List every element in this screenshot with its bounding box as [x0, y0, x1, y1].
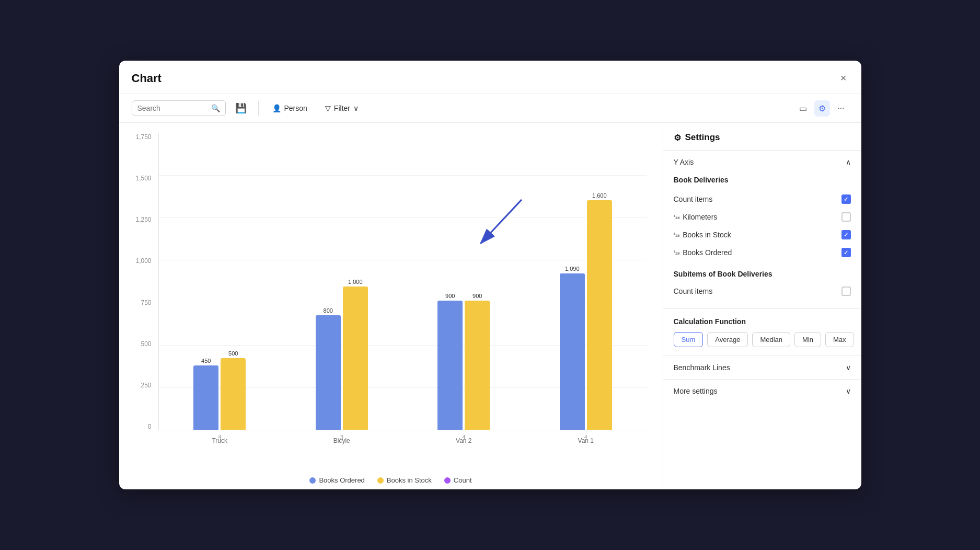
calc-btn-median[interactable]: Median — [752, 332, 790, 347]
bar-wrapper: 500 — [221, 350, 246, 430]
bar-wrapper: 1,600 — [587, 192, 612, 430]
y-axis-label-value: 1,250 — [135, 216, 155, 223]
legend-dot — [377, 477, 384, 484]
subitems-title: Subitems of Book Deliveries — [674, 270, 851, 278]
y-axis-labels: 1,7501,5001,2501,0007505002500 — [130, 133, 156, 430]
main-window: Chart × 🔍 💾 👤 Person ▽ Filter ∨ ▭ ⚙ ··· — [119, 61, 861, 489]
bar-group-label: Bicyle — [333, 437, 350, 444]
bar-wrapper: 1,090 — [560, 266, 585, 430]
settings-gear-icon: ⚙ — [674, 133, 681, 143]
bar-group: 1,0901,6004Van 1 — [525, 192, 647, 430]
numeric-icon: ¹₂₃ — [674, 232, 680, 238]
filter-icon: ▽ — [325, 104, 331, 112]
more-options-button[interactable]: ··· — [833, 100, 848, 116]
legend-label: Books in Stock — [387, 476, 432, 484]
bar-value-label: 1,090 — [565, 266, 580, 272]
filter-button[interactable]: ▽ Filter ∨ — [319, 101, 365, 116]
benchmark-header[interactable]: Benchmark Lines ∨ — [663, 356, 861, 379]
legend-item: Books Ordered — [309, 476, 364, 484]
y-axis-label-value: 500 — [141, 340, 155, 348]
subitem-checkbox[interactable] — [841, 287, 851, 296]
bar-value-label: 900 — [445, 293, 455, 299]
subitem-row: Count items — [674, 282, 851, 300]
filter-chevron-icon: ∨ — [353, 104, 359, 112]
book-deliveries-title: Book Deliveries — [674, 176, 851, 184]
benchmark-chevron-icon: ∨ — [846, 363, 851, 372]
filter-label: Filter — [334, 104, 350, 112]
close-button[interactable]: × — [838, 70, 849, 86]
setting-label-text: Count items — [674, 195, 713, 203]
settings-items: Count items¹₂₃Kilometers¹₂₃Books in Stoc… — [674, 190, 851, 261]
more-settings-label: More settings — [674, 387, 718, 395]
chart-legend: Books OrderedBooks in StockCount — [130, 472, 652, 484]
bar-blue — [316, 315, 341, 430]
bar-blue — [193, 365, 218, 430]
setting-row: Count items — [674, 190, 851, 208]
subitem-label-text: Count items — [674, 287, 713, 295]
legend-dot — [444, 477, 451, 484]
save-button[interactable]: 💾 — [231, 99, 251, 117]
search-icon: 🔍 — [211, 104, 220, 112]
legend-item: Count — [444, 476, 472, 484]
benchmark-section: Benchmark Lines ∨ — [663, 356, 861, 379]
calc-btn-min[interactable]: Min — [794, 332, 821, 347]
bar-value-label: 1,000 — [348, 279, 363, 285]
bar-value-label: 900 — [472, 293, 482, 299]
bar-yellow — [465, 301, 490, 430]
calc-btn-sum[interactable]: Sum — [674, 332, 704, 347]
bar-group: 9009004Van 2 — [403, 293, 525, 430]
legend-label: Books Ordered — [319, 476, 364, 484]
bar-wrapper: 1,000 — [343, 279, 368, 430]
setting-label: ¹₂₃Books in Stock — [674, 231, 731, 239]
bar-value-label: 1,600 — [592, 192, 607, 199]
chart-inner: 4505004Truck8001,0003Bicyle9009004Van 21… — [158, 133, 647, 430]
setting-label: ¹₂₃Kilometers — [674, 213, 718, 221]
more-settings-header[interactable]: More settings ∨ — [663, 380, 861, 403]
person-label: Person — [284, 104, 307, 112]
setting-checkbox[interactable] — [841, 230, 851, 239]
numeric-icon: ¹₂₃ — [674, 214, 680, 221]
bar-wrapper: 900 — [437, 293, 463, 430]
setting-label-text: Books Ordered — [683, 248, 732, 257]
setting-row: ¹₂₃Kilometers — [674, 208, 851, 226]
person-button[interactable]: 👤 Person — [266, 101, 314, 116]
toolbar-separator — [258, 101, 259, 116]
y-axis-label: Y Axis — [674, 158, 694, 166]
calc-section: Calculation Function SumAverageMedianMin… — [663, 308, 861, 356]
setting-checkbox[interactable] — [841, 194, 851, 204]
bar-blue — [560, 273, 585, 430]
legend-item: Books in Stock — [377, 476, 432, 484]
subitem-label: Count items — [674, 287, 713, 295]
person-icon: 👤 — [272, 104, 281, 112]
setting-checkbox[interactable] — [841, 248, 851, 257]
bar-value-label: 500 — [228, 350, 238, 357]
more-settings-section: More settings ∨ — [663, 379, 861, 403]
setting-checkbox[interactable] — [841, 212, 851, 222]
calc-buttons: SumAverageMedianMinMax — [674, 332, 851, 347]
bar-group-label: Truck — [212, 437, 227, 444]
chart-area: 1,7501,5001,2501,0007505002500 4505004Tr… — [119, 123, 663, 489]
y-axis-label-value: 1,000 — [135, 257, 155, 265]
setting-row: ¹₂₃Books Ordered — [674, 244, 851, 261]
bar-wrapper: 450 — [193, 358, 218, 430]
main-content: 1,7501,5001,2501,0007505002500 4505004Tr… — [119, 123, 861, 489]
y-axis-label-value: 0 — [148, 423, 156, 430]
setting-label: Count items — [674, 195, 713, 203]
y-axis-label-value: 1,500 — [135, 175, 155, 182]
search-input[interactable] — [137, 104, 208, 112]
calc-btn-average[interactable]: Average — [707, 332, 748, 347]
bar-group: 4505004Truck — [159, 350, 281, 430]
bar-group-label: Van 2 — [456, 437, 471, 444]
bar-value-label: 800 — [324, 307, 333, 314]
y-axis-header[interactable]: Y Axis ∧ — [663, 151, 861, 174]
toolbar: 🔍 💾 👤 Person ▽ Filter ∨ ▭ ⚙ ··· — [119, 94, 861, 123]
numeric-icon: ¹₂₃ — [674, 249, 680, 256]
settings-button[interactable]: ⚙ — [814, 100, 830, 117]
legend-dot — [309, 477, 316, 484]
settings-header: ⚙ Settings — [663, 123, 861, 150]
chart-container: 1,7501,5001,2501,0007505002500 4505004Tr… — [130, 133, 652, 451]
legend-label: Count — [454, 476, 472, 484]
calc-btn-max[interactable]: Max — [825, 332, 854, 347]
collapse-button[interactable]: ▭ — [795, 100, 811, 117]
settings-panel: ⚙ Settings Y Axis ∧ Book Deliveries Coun… — [663, 123, 861, 489]
